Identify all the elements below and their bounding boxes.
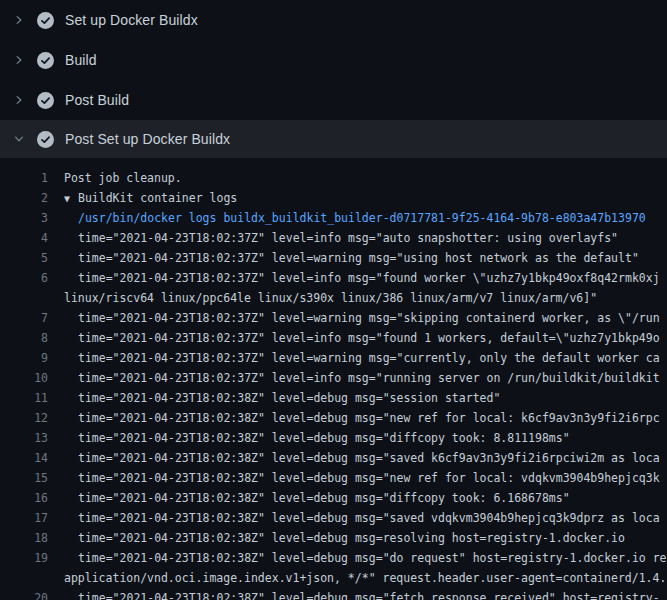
check-circle-icon [37,131,54,148]
log-line: 16 time="2021-04-23T18:02:38Z" level=deb… [0,488,667,508]
log-line: 7 time="2021-04-23T18:02:37Z" level=warn… [0,308,667,328]
log-line-text: application/vnd.oci.image.index.v1+json,… [64,568,666,588]
log-line-number[interactable]: 19 [0,548,48,568]
log-line: 3 /usr/bin/docker logs buildx_buildkit_b… [0,208,667,228]
check-circle-icon [37,12,54,29]
log-line: 14 time="2021-04-23T18:02:38Z" level=deb… [0,448,667,468]
check-circle-icon [37,92,54,109]
log-line-number[interactable]: 2 [0,188,48,208]
log-line-text: time="2021-04-23T18:02:37Z" level=info m… [78,228,618,248]
log-line-number[interactable]: 3 [0,208,48,228]
log-line-number[interactable]: 17 [0,508,48,528]
log-line-text: time="2021-04-23T18:02:38Z" level=debug … [78,448,660,468]
log-line: 6 time="2021-04-23T18:02:37Z" level=info… [0,268,667,288]
step-header-post-build[interactable]: Post Build [0,80,667,120]
log-line: 19 time="2021-04-23T18:02:38Z" level=deb… [0,548,667,568]
log-line-text: time="2021-04-23T18:02:37Z" level=warnin… [78,348,660,368]
chevron-right-icon [12,13,26,27]
log-line: 20 time="2021-04-23T18:02:38Z" level=deb… [0,588,667,600]
log-line-number[interactable]: 8 [0,328,48,348]
chevron-right-icon [12,53,26,67]
chevron-down-icon [12,132,26,146]
log-line-text: /usr/bin/docker logs buildx_buildkit_bui… [78,208,646,228]
log-line-text: Post job cleanup. [64,168,182,188]
log-line-number[interactable] [0,288,48,308]
check-circle-icon [37,52,54,69]
log-line-number[interactable]: 10 [0,368,48,388]
step-header-post-setup-docker-buildx[interactable]: Post Set up Docker Buildx [0,120,667,158]
log-line-number[interactable]: 5 [0,248,48,268]
group-toggle-icon[interactable]: ▼ [64,189,78,208]
step-label: Set up Docker Buildx [65,12,198,28]
log-line-text: ▼BuildKit container logs [64,188,237,208]
log-line: 11 time="2021-04-23T18:02:38Z" level=deb… [0,388,667,408]
log-line-text: time="2021-04-23T18:02:38Z" level=debug … [78,408,660,428]
log-line-text: time="2021-04-23T18:02:37Z" level=info m… [78,328,660,348]
log-line: 10 time="2021-04-23T18:02:37Z" level=inf… [0,368,667,388]
step-label: Post Build [65,92,129,108]
log-line-text: time="2021-04-23T18:02:37Z" level=warnin… [78,308,660,328]
log-line-number[interactable]: 14 [0,448,48,468]
log-line-text: time="2021-04-23T18:02:38Z" level=debug … [78,588,660,600]
log-line-number[interactable]: 15 [0,468,48,488]
log-line-number[interactable]: 18 [0,528,48,548]
step-header-setup-docker-buildx[interactable]: Set up Docker Buildx [0,0,667,40]
log-line-number[interactable]: 4 [0,228,48,248]
log-line-text: time="2021-04-23T18:02:38Z" level=debug … [78,488,570,508]
log-line-number[interactable]: 1 [0,168,48,188]
log-line: 18 time="2021-04-23T18:02:38Z" level=deb… [0,528,667,548]
log-output-area[interactable]: 1 Post job cleanup. 2 ▼BuildKit containe… [0,158,667,600]
workflow-log-viewer: Set up Docker Buildx Build Post Build Po… [0,0,667,600]
log-line-number[interactable]: 6 [0,268,48,288]
log-line: application/vnd.oci.image.index.v1+json,… [0,568,667,588]
log-line-text: time="2021-04-23T18:02:37Z" level=warnin… [78,248,639,268]
log-line-text: time="2021-04-23T18:02:38Z" level=debug … [78,508,660,528]
log-line-text: time="2021-04-23T18:02:38Z" level=debug … [78,388,500,408]
log-line: 15 time="2021-04-23T18:02:38Z" level=deb… [0,468,667,488]
log-line-number[interactable]: 13 [0,428,48,448]
log-line-number[interactable]: 11 [0,388,48,408]
log-line: 2 ▼BuildKit container logs [0,188,667,208]
log-line-text: time="2021-04-23T18:02:38Z" level=debug … [78,468,660,488]
step-label: Post Set up Docker Buildx [65,131,230,147]
log-line-text: time="2021-04-23T18:02:38Z" level=debug … [78,548,667,568]
log-line-text: time="2021-04-23T18:02:38Z" level=debug … [78,528,625,548]
log-line: linux/riscv64 linux/ppc64le linux/s390x … [0,288,667,308]
step-header-build[interactable]: Build [0,40,667,80]
log-line-number[interactable]: 12 [0,408,48,428]
log-line-number[interactable]: 20 [0,588,48,600]
log-line: 12 time="2021-04-23T18:02:38Z" level=deb… [0,408,667,428]
log-line: 4 time="2021-04-23T18:02:37Z" level=info… [0,228,667,248]
log-line-number[interactable] [0,568,48,588]
log-line-number[interactable]: 16 [0,488,48,508]
log-line: 17 time="2021-04-23T18:02:38Z" level=deb… [0,508,667,528]
log-line-text: time="2021-04-23T18:02:37Z" level=info m… [78,368,660,388]
chevron-right-icon [12,93,26,107]
log-line: 5 time="2021-04-23T18:02:37Z" level=warn… [0,248,667,268]
log-line: 9 time="2021-04-23T18:02:37Z" level=warn… [0,348,667,368]
log-line-text: time="2021-04-23T18:02:37Z" level=info m… [78,268,660,288]
log-line-number[interactable]: 9 [0,348,48,368]
log-line: 13 time="2021-04-23T18:02:38Z" level=deb… [0,428,667,448]
log-line-text: time="2021-04-23T18:02:38Z" level=debug … [78,428,570,448]
log-line: 1 Post job cleanup. [0,168,667,188]
log-line: 8 time="2021-04-23T18:02:37Z" level=info… [0,328,667,348]
log-line-text: linux/riscv64 linux/ppc64le linux/s390x … [64,288,597,308]
log-line-number[interactable]: 7 [0,308,48,328]
step-label: Build [65,52,97,68]
